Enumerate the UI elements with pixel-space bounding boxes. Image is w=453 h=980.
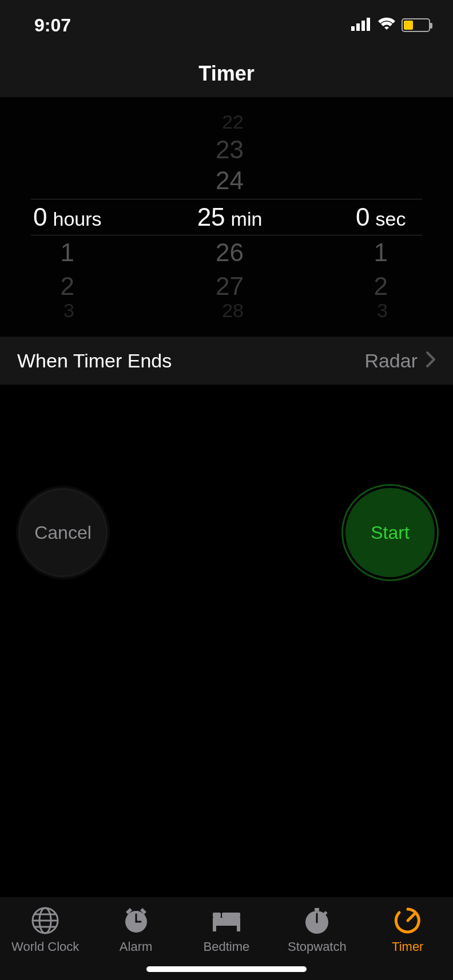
status-icons [351, 17, 430, 33]
stopwatch-icon [303, 906, 331, 935]
tab-world-clock[interactable]: World Clock [5, 906, 85, 954]
tab-stopwatch[interactable]: Stopwatch [277, 906, 357, 954]
tab-timer[interactable]: Timer [368, 906, 448, 954]
svg-rect-3 [367, 18, 370, 31]
svg-rect-0 [351, 26, 355, 31]
timer-icon [394, 906, 422, 935]
home-indicator[interactable] [146, 966, 307, 972]
wifi-icon [378, 17, 396, 33]
globe-icon [31, 906, 59, 935]
cellular-icon [351, 17, 372, 33]
battery-icon [402, 18, 430, 32]
svg-line-21 [408, 914, 414, 921]
tab-label: World Clock [11, 939, 79, 954]
tab-label: Timer [392, 939, 423, 954]
svg-rect-18 [315, 908, 319, 911]
start-button-label: Start [371, 522, 410, 543]
svg-rect-1 [356, 23, 360, 31]
tab-bedtime[interactable]: Bedtime [186, 906, 267, 954]
svg-rect-16 [237, 926, 240, 931]
picker-minutes-selected: 25min [151, 205, 302, 230]
picker-seconds-selected: 0sec [296, 205, 447, 230]
cancel-button-label: Cancel [34, 522, 92, 543]
tab-label: Alarm [120, 939, 152, 954]
page-title: Timer [198, 62, 254, 86]
time-picker[interactable]: 0hours 1 2 3 22 23 24 25min 26 27 28 0se… [0, 97, 453, 336]
when-timer-ends-value: Radar [364, 350, 418, 372]
svg-rect-13 [213, 913, 221, 918]
svg-rect-15 [213, 926, 216, 931]
timer-buttons: Cancel Start [0, 486, 453, 589]
when-timer-ends-label: When Timer Ends [17, 350, 364, 372]
tab-label: Stopwatch [288, 939, 347, 954]
picker-hours[interactable]: 0hours 1 2 3 [0, 97, 151, 336]
status-bar: 9:07 [0, 0, 453, 50]
title-bar: Timer [0, 50, 453, 97]
alarm-icon [122, 906, 150, 935]
svg-rect-2 [361, 21, 365, 31]
picker-seconds[interactable]: 0sec 1 2 3 [302, 97, 453, 336]
cancel-button[interactable]: Cancel [16, 486, 110, 579]
status-time: 9:07 [34, 15, 71, 36]
when-timer-ends-row[interactable]: When Timer Ends Radar [0, 336, 453, 385]
svg-rect-14 [222, 913, 240, 918]
svg-rect-12 [213, 918, 240, 926]
picker-hours-selected: 0hours [0, 205, 134, 230]
chevron-right-icon [426, 351, 436, 370]
tab-alarm[interactable]: Alarm [96, 906, 176, 954]
bed-icon [210, 906, 243, 935]
tab-label: Bedtime [204, 939, 250, 954]
picker-minutes[interactable]: 22 23 24 25min 26 27 28 [151, 97, 302, 336]
start-button[interactable]: Start [343, 486, 437, 579]
